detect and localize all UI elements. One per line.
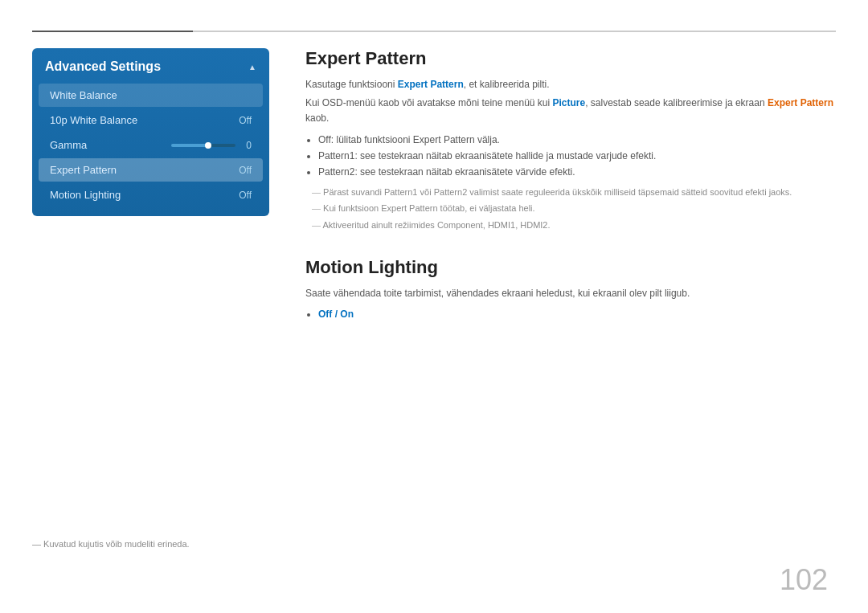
sidebar-item-label: Expert Pattern xyxy=(50,164,117,176)
sidebar-item-expert-pattern[interactable]: Expert Pattern Off xyxy=(39,158,263,182)
gamma-slider-thumb xyxy=(205,142,211,149)
motion-lighting-section: Motion Lighting Saate vähendada toite ta… xyxy=(305,257,836,323)
bullet-pattern2-bold: Pattern2 xyxy=(318,166,354,178)
gamma-slider[interactable] xyxy=(171,144,235,147)
page-number: 102 xyxy=(780,563,828,597)
motion-lighting-bullet: Off / On xyxy=(318,306,836,322)
bullet-off-bold2: Expert Pattern xyxy=(413,134,475,145)
note2-bold: Expert Pattern xyxy=(381,203,437,213)
desc2-pre: Kui OSD-menüü kaob või avatakse mõni tei… xyxy=(305,97,553,108)
desc2-highlight2: Expert Pattern xyxy=(768,97,833,108)
desc2-mid: , salvestab seade kalibreerimise ja ekra… xyxy=(585,97,768,108)
main-content: Expert Pattern Kasutage funktsiooni Expe… xyxy=(305,48,836,565)
sidebar-item-value: Off xyxy=(239,190,252,201)
sidebar-item-motion-lighting[interactable]: Motion Lighting Off xyxy=(39,183,263,206)
sidebar: Advanced Settings ▲ White Balance 10p Wh… xyxy=(32,48,269,216)
gamma-value: 0 xyxy=(242,140,252,151)
sidebar-item-gamma[interactable]: Gamma 0 xyxy=(39,133,263,157)
bullet-off-text: : lülitab funktsiooni xyxy=(331,134,413,145)
note2-post: töötab, ei väljastata heli. xyxy=(438,203,535,213)
gamma-slider-container: 0 xyxy=(171,140,252,151)
sidebar-item-label: White Balance xyxy=(50,89,117,101)
top-border xyxy=(32,31,836,32)
bullet-pattern1-text: : see testekraan näitab ekraanisätete ha… xyxy=(354,150,656,161)
note3: Aktiveeritud ainult režiimides Component… xyxy=(305,219,836,233)
bullet-pattern2-text: : see testekraan näitab ekraanisätete vä… xyxy=(354,166,575,178)
motion-lighting-bullets: Off / On xyxy=(318,306,836,322)
sidebar-title-text: Advanced Settings xyxy=(45,59,161,74)
note1-mid: või xyxy=(417,187,433,197)
desc1-highlight: Expert Pattern xyxy=(398,79,464,90)
bullet-pattern1-bold: Pattern1 xyxy=(318,150,354,161)
note1-post: valimist saate reguleerida ükskõik milli… xyxy=(467,187,792,197)
sidebar-item-label: Motion Lighting xyxy=(50,189,121,201)
note3-post: . xyxy=(548,220,551,230)
desc2-highlight1: Picture xyxy=(553,97,586,108)
expert-pattern-bullets: Off: lülitab funktsiooni Expert Pattern … xyxy=(318,132,836,181)
desc2-post: kaob. xyxy=(305,112,329,124)
note2: Kui funktsioon Expert Pattern töötab, ei… xyxy=(305,202,836,216)
expert-pattern-title: Expert Pattern xyxy=(305,48,836,69)
sidebar-item-10p-white-balance[interactable]: 10p White Balance Off xyxy=(39,108,263,132)
footer-note-text: Kuvatud kujutis võib mudeliti erineda. xyxy=(43,539,190,549)
note2-pre: Kui funktsioon xyxy=(323,203,381,213)
note1-bold2: Pattern2 xyxy=(434,187,468,197)
note3-bold1: Component xyxy=(437,220,483,230)
expert-pattern-section: Expert Pattern Kasutage funktsiooni Expe… xyxy=(305,48,836,233)
sidebar-title-arrow: ▲ xyxy=(248,63,256,72)
sidebar-title: Advanced Settings ▲ xyxy=(32,48,269,82)
bullet-off-bold: Off xyxy=(318,134,331,145)
motion-lighting-title: Motion Lighting xyxy=(305,257,836,278)
desc1-pre: Kasutage funktsiooni xyxy=(305,79,398,90)
note1-pre: Pärast suvandi xyxy=(323,187,384,197)
sidebar-item-white-balance[interactable]: White Balance xyxy=(39,84,263,107)
note3-pre: Aktiveeritud ainult režiimides xyxy=(322,220,436,230)
bullet-off-text2: välja. xyxy=(475,134,500,145)
note1-bold1: Pattern1 xyxy=(384,187,418,197)
note3-bold2: HDMI1 xyxy=(488,220,515,230)
note3-bold3: HDMI2 xyxy=(520,220,547,230)
bullet-pattern1: Pattern1: see testekraan näitab ekraanis… xyxy=(318,148,836,164)
expert-pattern-desc1: Kasutage funktsiooni Expert Pattern, et … xyxy=(305,77,836,92)
sidebar-item-label: Gamma xyxy=(50,139,87,151)
top-border-light xyxy=(193,31,836,32)
top-border-dark xyxy=(32,31,193,32)
bullet-pattern2: Pattern2: see testekraan näitab ekraanis… xyxy=(318,164,836,180)
motion-lighting-desc: Saate vähendada toite tarbimist, vähenda… xyxy=(305,286,836,301)
sidebar-item-value: Off xyxy=(239,165,252,176)
motion-lighting-bullet-bold: Off / On xyxy=(318,309,354,320)
desc1-post: , et kalibreerida pilti. xyxy=(464,79,550,90)
expert-pattern-desc2: Kui OSD-menüü kaob või avatakse mõni tei… xyxy=(305,96,836,126)
note1: Pärast suvandi Pattern1 või Pattern2 val… xyxy=(305,186,836,200)
sidebar-item-value: Off xyxy=(239,115,252,126)
bullet-off: Off: lülitab funktsiooni Expert Pattern … xyxy=(318,132,836,148)
footer-note: Kuvatud kujutis võib mudeliti erineda. xyxy=(32,539,190,549)
sidebar-item-label: 10p White Balance xyxy=(50,114,137,126)
